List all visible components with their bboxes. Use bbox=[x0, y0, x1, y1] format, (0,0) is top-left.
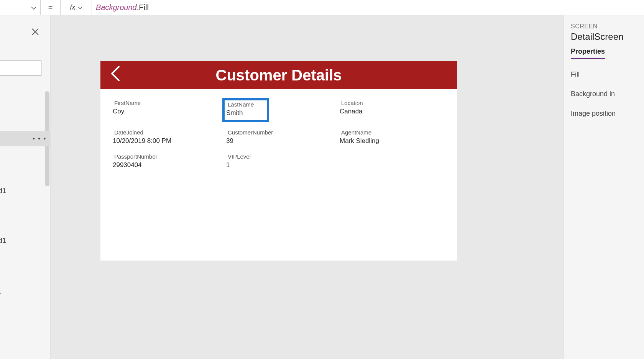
field-label: VIPLevel bbox=[226, 153, 340, 160]
property-fill[interactable]: Fill bbox=[571, 70, 637, 79]
chevron-down-icon bbox=[78, 5, 82, 10]
tree-panel: • • • rd1 1 rd1 2 l1 3 bbox=[0, 15, 51, 359]
property-dropdown[interactable] bbox=[0, 0, 41, 15]
tree-search-input[interactable] bbox=[0, 61, 41, 76]
field-value: 29930404 bbox=[113, 161, 226, 169]
properties-panel: SCREEN DetailScreen Properties Fill Back… bbox=[564, 15, 644, 359]
tree-item[interactable]: l1 bbox=[0, 287, 2, 295]
ellipsis-icon[interactable]: • • • bbox=[33, 135, 46, 142]
field-label: LastName bbox=[226, 101, 254, 108]
field-passportnumber[interactable]: PassportNumber 29930404 bbox=[113, 152, 226, 173]
back-arrow-icon[interactable] bbox=[108, 64, 123, 86]
tree-item[interactable]: rd1 bbox=[0, 237, 6, 245]
field-label: PassportNumber bbox=[113, 153, 226, 160]
formula-reference: Background bbox=[96, 3, 137, 12]
field-value: Mark Siedling bbox=[340, 137, 453, 145]
panel-category: SCREEN bbox=[571, 23, 637, 30]
screen-header: Customer Details bbox=[100, 61, 457, 89]
field-value: 1 bbox=[226, 161, 340, 169]
tree-item[interactable]: rd1 bbox=[0, 187, 6, 195]
chevron-down-icon bbox=[31, 5, 36, 11]
tree-selected-item[interactable]: • • • bbox=[0, 131, 50, 146]
selected-datacard[interactable]: LastName Smith bbox=[224, 100, 268, 121]
field-label: FirstName bbox=[113, 100, 226, 106]
tab-properties[interactable]: Properties bbox=[571, 48, 605, 59]
fx-button[interactable]: fx bbox=[61, 0, 92, 15]
details-form: FirstName Coy LastName Smith Location Ca… bbox=[100, 89, 457, 182]
formula-bar: = fx Background.Fill bbox=[0, 0, 644, 15]
property-image-position[interactable]: Image position bbox=[571, 110, 637, 118]
field-customernumber[interactable]: CustomerNumber 39 bbox=[226, 128, 340, 149]
field-firstname[interactable]: FirstName Coy bbox=[113, 98, 226, 125]
property-background-image[interactable]: Background in bbox=[571, 90, 637, 98]
field-label: Location bbox=[340, 100, 453, 106]
field-label: CustomerNumber bbox=[226, 129, 340, 136]
formula-property: .Fill bbox=[137, 3, 149, 12]
field-datejoined[interactable]: DateJoined 10/20/2019 8:00 PM bbox=[113, 128, 226, 149]
field-label: AgentName bbox=[340, 129, 453, 136]
field-location[interactable]: Location Canada bbox=[340, 98, 453, 125]
field-value: 10/20/2019 8:00 PM bbox=[113, 137, 226, 145]
field-value: 39 bbox=[226, 137, 340, 145]
page-title: Customer Details bbox=[100, 67, 457, 84]
formula-input[interactable]: Background.Fill bbox=[92, 0, 644, 15]
close-icon[interactable] bbox=[31, 27, 39, 39]
field-label: DateJoined bbox=[113, 129, 226, 136]
field-value: Canada bbox=[340, 108, 453, 115]
fx-label: fx bbox=[70, 3, 75, 11]
canvas-area[interactable]: Customer Details FirstName Coy LastName … bbox=[51, 15, 564, 359]
content-area: • • • rd1 1 rd1 2 l1 3 Customer Details … bbox=[0, 15, 644, 359]
field-value: Coy bbox=[113, 108, 226, 115]
field-agentname[interactable]: AgentName Mark Siedling bbox=[340, 128, 453, 149]
field-value: Smith bbox=[226, 109, 254, 117]
field-lastname[interactable]: LastName Smith bbox=[226, 98, 340, 125]
field-viplevel[interactable]: VIPLevel 1 bbox=[226, 152, 340, 173]
panel-title: DetailScreen bbox=[571, 31, 637, 42]
equals-label: = bbox=[41, 0, 61, 15]
app-screen[interactable]: Customer Details FirstName Coy LastName … bbox=[100, 61, 457, 261]
